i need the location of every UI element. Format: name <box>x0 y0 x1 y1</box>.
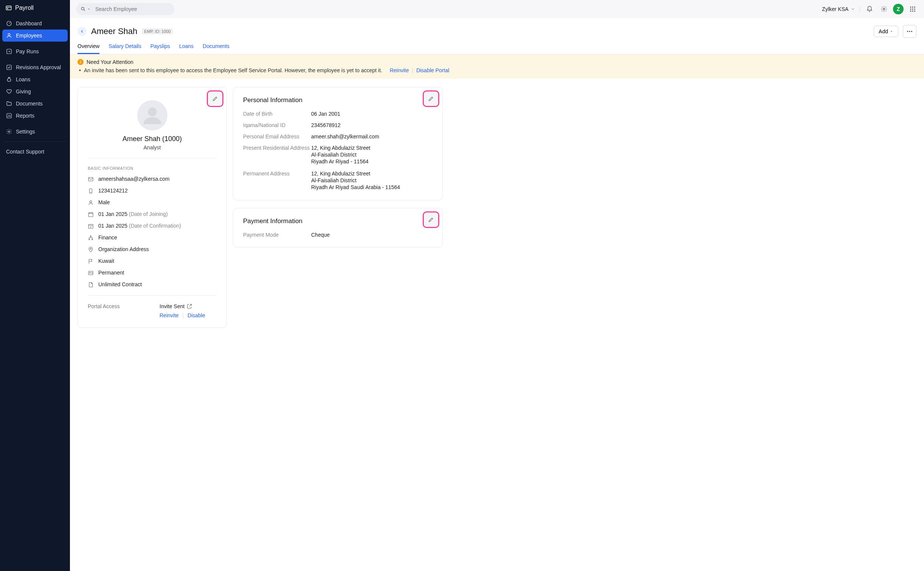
info-note: (Date of Confirmation) <box>129 223 181 229</box>
sidebar-item-revisions[interactable]: Revisions Approval <box>2 61 68 73</box>
svg-point-21 <box>911 31 912 32</box>
edit-profile-button[interactable] <box>208 91 223 106</box>
page-header: Ameer Shah EMP. ID: 1000 Add <box>70 18 924 38</box>
info-value: 01 Jan 2025 <box>98 211 127 217</box>
sidebar-item-giving[interactable]: Giving <box>2 85 68 98</box>
tab-label: Loans <box>179 43 194 49</box>
pemail-value: ameer.shah@zylkermail.com <box>311 133 379 140</box>
calendar-check-icon <box>88 223 94 229</box>
svg-point-1 <box>7 8 8 9</box>
info-department: Finance <box>88 234 217 241</box>
svg-point-19 <box>907 31 908 32</box>
sidebar-item-payruns[interactable]: Pay Runs <box>2 45 68 57</box>
alert-disable-link[interactable]: Disable Portal <box>416 67 449 73</box>
heart-icon <box>6 88 12 95</box>
sidebar-item-settings[interactable]: Settings <box>2 126 68 138</box>
sidebar-item-employees[interactable]: Employees <box>2 29 68 42</box>
tab-salary-details[interactable]: Salary Details <box>109 43 141 54</box>
info-value: Finance <box>98 234 117 241</box>
sidebar-item-label: Documents <box>16 101 43 107</box>
alert-reinvite-link[interactable]: Reinvite <box>390 67 409 73</box>
info-value: 1234124212 <box>98 188 128 194</box>
pencil-icon <box>428 217 434 223</box>
sidebar-item-support[interactable]: Contact Support <box>2 146 68 158</box>
sidebar-item-label: Pay Runs <box>16 48 39 54</box>
search-wrap <box>76 3 174 15</box>
svg-rect-5 <box>7 65 11 70</box>
tab-loans[interactable]: Loans <box>179 43 194 54</box>
svg-point-33 <box>90 272 91 273</box>
search-input[interactable] <box>93 5 172 14</box>
svg-point-13 <box>910 9 911 10</box>
svg-rect-27 <box>88 224 93 228</box>
svg-point-29 <box>89 239 90 240</box>
sidebar-item-label: Settings <box>16 129 35 135</box>
tab-overview[interactable]: Overview <box>78 43 99 54</box>
avatar[interactable]: Z <box>893 4 904 14</box>
portal-divider: | <box>182 312 184 318</box>
svg-point-12 <box>914 6 915 8</box>
more-button[interactable] <box>903 25 916 38</box>
search-scope-button[interactable] <box>78 5 93 13</box>
addr-line: Al-Faisaliah District <box>311 152 370 158</box>
sidebar-item-dashboard[interactable]: Dashboard <box>2 17 68 29</box>
personal-info-title: Personal Information <box>243 96 433 104</box>
personal-info-card: Personal Information Date of Birth06 Jan… <box>233 87 443 200</box>
dots-icon <box>906 28 913 35</box>
pencil-icon <box>428 96 434 102</box>
id-icon <box>88 270 94 276</box>
info-emptype: Permanent <box>88 270 217 276</box>
info-note: (Date of Joining) <box>129 211 168 217</box>
portal-status: Invite Sent <box>160 303 184 309</box>
tab-payslips[interactable]: Payslips <box>150 43 170 54</box>
edit-personal-button[interactable] <box>423 91 439 106</box>
grid-icon <box>909 6 916 12</box>
payment-info-card: Payment Information Payment ModeCheque <box>233 208 443 247</box>
addr-line: Al-Faisaliah District <box>311 177 400 183</box>
gear-icon <box>881 6 887 12</box>
sidebar-item-documents[interactable]: Documents <box>2 98 68 110</box>
tab-documents[interactable]: Documents <box>203 43 229 54</box>
presaddr-value: 12, King Abdulaziz Street Al-Faisaliah D… <box>311 145 370 165</box>
sidebar-item-label: Revisions Approval <box>16 64 61 70</box>
svg-point-7 <box>8 131 10 132</box>
chevron-left-icon <box>80 29 84 34</box>
chevron-down-icon <box>851 7 855 11</box>
flag-icon <box>88 258 94 264</box>
portal-disable-link[interactable]: Disable <box>188 312 205 318</box>
info-value: Permanent <box>98 270 124 276</box>
permaddr-value: 12, King Abdulaziz Street Al-Faisaliah D… <box>311 171 400 191</box>
info-value: 01 Jan 2025 <box>98 223 127 229</box>
svg-point-20 <box>909 31 910 32</box>
apps-button[interactable] <box>907 4 918 14</box>
svg-rect-0 <box>6 6 11 10</box>
svg-point-28 <box>90 236 91 237</box>
info-email: ameershahsaa@zylkersa.com <box>88 176 217 182</box>
info-phone: 1234124212 <box>88 188 217 194</box>
svg-point-30 <box>92 239 93 240</box>
svg-rect-23 <box>88 177 93 181</box>
content: Ameer Shah EMP. ID: 1000 Add Overview Sa… <box>70 18 924 571</box>
app-brand-label: Payroll <box>15 5 34 11</box>
back-button[interactable] <box>78 27 87 36</box>
sidebar-item-loans[interactable]: Loans <box>2 73 68 85</box>
tab-label: Documents <box>203 43 229 49</box>
check-square-icon <box>6 64 12 70</box>
moneybag-icon <box>6 76 12 82</box>
portal-reinvite-link[interactable]: Reinvite <box>160 312 179 318</box>
send-icon <box>187 304 192 309</box>
folder-icon <box>6 101 12 107</box>
add-button[interactable]: Add <box>874 26 898 37</box>
settings-button[interactable] <box>879 4 889 14</box>
profile-avatar <box>137 100 167 130</box>
org-switcher[interactable]: Zylker KSA <box>822 6 855 12</box>
sidebar-item-reports[interactable]: Reports <box>2 110 68 122</box>
phone-icon <box>88 188 94 194</box>
tab-label: Payslips <box>150 43 170 49</box>
notifications-button[interactable] <box>864 4 875 14</box>
svg-point-11 <box>912 6 913 8</box>
info-value: Male <box>98 199 110 205</box>
edit-payment-button[interactable] <box>423 212 439 227</box>
alert-divider: | <box>412 67 413 73</box>
paymode-value: Cheque <box>311 232 330 238</box>
